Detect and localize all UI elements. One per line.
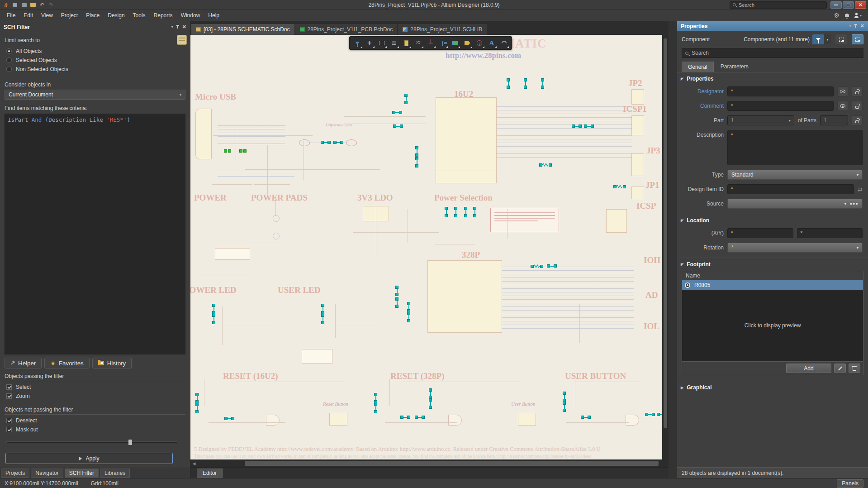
canvas-horizontal-scrollbar[interactable]: ◀ <box>190 459 669 467</box>
select-mode-button[interactable] <box>835 34 847 44</box>
highlighted-component[interactable] <box>572 124 582 128</box>
checkbox-icon[interactable] <box>6 384 12 390</box>
undo-icon[interactable]: ↶ <box>39 2 45 8</box>
designator-lock-button[interactable] <box>852 86 863 96</box>
type-select[interactable]: Standard ▾ <box>727 170 863 180</box>
section-footprint[interactable]: ◤ Footprint <box>677 258 868 270</box>
swap-icon[interactable]: ⇄ <box>858 187 863 192</box>
edit-footprint-button[interactable] <box>834 364 846 373</box>
horizontal-scroll-thumb[interactable] <box>245 461 659 466</box>
menu-item-tools[interactable]: Tools <box>129 10 150 20</box>
highlighted-component[interactable] <box>454 207 457 217</box>
history-button[interactable]: History <box>92 358 132 368</box>
radio-icon[interactable] <box>6 48 12 54</box>
highlighted-component[interactable] <box>239 149 247 153</box>
apply-button[interactable]: Apply <box>5 453 173 464</box>
document-tab-1[interactable]: 28Pins_Project_V1I1_PCB.PcbDoc <box>295 24 398 35</box>
highlighted-component[interactable] <box>224 149 231 153</box>
highlighted-component[interactable] <box>531 264 543 268</box>
highlighted-component[interactable] <box>464 207 467 217</box>
highlighted-component[interactable] <box>507 78 510 89</box>
arc-tool-button[interactable] <box>498 37 510 49</box>
ellipsis-icon[interactable]: ●●● <box>850 201 859 206</box>
footprint-name-column-header[interactable]: Name <box>682 271 863 280</box>
location-y-input[interactable]: * <box>797 228 863 238</box>
highlighted-component[interactable] <box>404 94 408 104</box>
footprint-preview[interactable]: Click to display preview <box>682 290 863 361</box>
selection-tool-button[interactable] <box>376 37 388 49</box>
save-icon[interactable] <box>12 2 18 8</box>
schematic-canvas[interactable]: SCHEMATIChttp://www.28pins.comMicro USB1… <box>190 35 662 459</box>
panel-pin-icon[interactable] <box>855 24 856 28</box>
highlighted-component[interactable] <box>321 141 331 144</box>
highlighted-component[interactable] <box>429 388 432 399</box>
highlighted-component[interactable] <box>393 124 403 128</box>
no-erc-tool-button[interactable] <box>474 37 485 49</box>
print-icon[interactable] <box>21 2 27 8</box>
highlighted-component[interactable] <box>400 416 410 419</box>
highlighted-component[interactable] <box>547 264 557 268</box>
menu-item-reports[interactable]: Reports <box>150 10 177 20</box>
bottom-tab-projects[interactable]: Projects <box>1 469 29 478</box>
location-x-input[interactable]: * <box>727 228 793 238</box>
bottom-tab-sch-filter[interactable]: SCH Filter <box>65 469 99 478</box>
section-location[interactable]: ◤ Location <box>677 214 868 226</box>
designator-input[interactable]: * <box>727 86 834 96</box>
scroll-left-arrow-icon[interactable]: ◀ <box>190 461 198 466</box>
global-search-input[interactable]: Search <box>730 1 827 9</box>
highlighted-component[interactable] <box>395 286 398 296</box>
restore-button[interactable] <box>843 1 854 9</box>
helper-button[interactable]: Helper <box>5 358 42 368</box>
notifications-bell-icon[interactable] <box>845 14 849 17</box>
section-graphical[interactable]: ▶ Graphical <box>677 381 868 393</box>
mask-level-slider[interactable] <box>6 439 184 445</box>
open-icon[interactable] <box>30 2 36 8</box>
settings-gear-icon[interactable]: ⚙ <box>834 12 840 19</box>
favorites-button[interactable]: ★Favorites <box>44 358 89 368</box>
menu-item-help[interactable]: Help <box>204 10 223 20</box>
designator-visibility-button[interactable] <box>837 86 848 96</box>
highlighted-component[interactable] <box>415 157 418 167</box>
menu-item-design[interactable]: Design <box>104 10 128 20</box>
highlighted-component[interactable] <box>429 398 432 409</box>
comment-lock-button[interactable] <box>852 101 863 111</box>
menu-item-edit[interactable]: Edit <box>19 10 37 20</box>
highlighted-component[interactable] <box>415 416 425 419</box>
port-tool-button[interactable] <box>461 37 473 49</box>
text-string-tool-button[interactable] <box>486 37 498 49</box>
mask-level-slider-handle[interactable] <box>128 440 132 445</box>
properties-search-input[interactable]: Search <box>682 48 863 58</box>
source-select[interactable]: ▾ ●●● <box>727 199 863 209</box>
panel-options-icon[interactable] <box>177 35 187 45</box>
tab-general[interactable]: General <box>682 62 714 72</box>
radio-icon[interactable] <box>6 67 12 72</box>
net-label-tool-button[interactable] <box>437 37 449 49</box>
highlighted-component[interactable] <box>374 393 377 403</box>
filter-tool-button[interactable] <box>351 37 363 49</box>
radio-icon[interactable] <box>6 57 12 63</box>
highlighted-component[interactable] <box>374 403 377 413</box>
radio-all-objects[interactable]: All Objects <box>6 48 184 54</box>
highlighted-component[interactable] <box>445 207 448 217</box>
highlighted-component[interactable] <box>395 297 398 308</box>
altium-logo[interactable]: ∂ <box>3 2 9 8</box>
redo-icon[interactable]: ↷ <box>48 2 54 8</box>
highlighted-component[interactable] <box>321 304 324 314</box>
bottom-tab-navigator[interactable]: Navigator <box>31 469 63 478</box>
align-tool-button[interactable] <box>388 37 400 49</box>
checkbox-deselect[interactable]: Deselect <box>6 417 184 424</box>
checkbox-zoom[interactable]: Zoom <box>6 393 184 399</box>
checkbox-select[interactable]: Select <box>6 384 184 390</box>
checkbox-icon[interactable] <box>6 393 12 399</box>
part-tool-button[interactable] <box>400 37 412 49</box>
highlighted-component[interactable] <box>563 402 566 412</box>
checkbox-icon[interactable] <box>6 427 12 432</box>
document-tab-0[interactable]: [03] - 28PINS SCHEMATIC.SchDoc <box>191 24 294 35</box>
tab-editor[interactable]: Editor <box>197 469 223 478</box>
minimize-button[interactable] <box>830 1 842 9</box>
panel-close-icon[interactable]: ✕ <box>182 24 186 29</box>
panels-button[interactable]: Panels <box>837 479 863 488</box>
part-lock-button[interactable] <box>852 115 863 125</box>
menu-item-file[interactable]: File <box>3 10 19 20</box>
power-port-tool-button[interactable] <box>425 37 436 49</box>
